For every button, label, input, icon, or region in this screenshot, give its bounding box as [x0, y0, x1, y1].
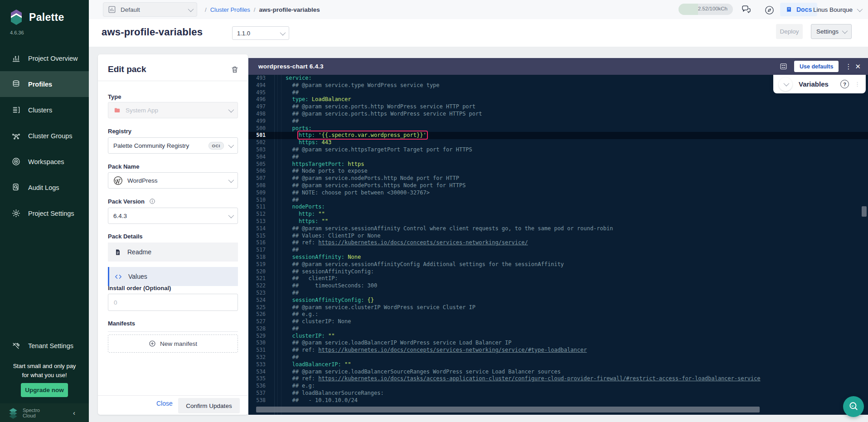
close-button[interactable]: Close	[156, 400, 173, 407]
deploy-button[interactable]: Deploy	[776, 24, 803, 39]
code-line[interactable]: 528 ##	[248, 325, 868, 333]
sidebar-item-audit-logs[interactable]: Audit Logs	[0, 175, 89, 200]
code-line[interactable]: 510 ##	[248, 197, 868, 204]
code-line[interactable]: 502 https: 443	[248, 139, 868, 146]
code-line[interactable]: 498 ## @param service.ports.https WordPr…	[248, 111, 868, 118]
variables-menu-icon[interactable]: ⋮	[854, 83, 860, 85]
code-line[interactable]: 518 sessionAffinity: None	[248, 254, 868, 261]
user-menu[interactable]: Linus Bourque	[813, 0, 861, 19]
code-line[interactable]: 535 ## ref: https://kubernetes.io/docs/t…	[248, 375, 868, 383]
readme-tab[interactable]: Readme	[108, 243, 238, 262]
code-line[interactable]: 532 ##	[248, 354, 868, 361]
code-line[interactable]: 516 ## ref: https://kubernetes.io/docs/c…	[248, 239, 868, 247]
code-line[interactable]: 526 ## e.g.:	[248, 311, 868, 318]
sidebar-menu: Project OverviewProfilesClustersCluster …	[0, 45, 89, 226]
upgrade-now-button[interactable]: Upgrade now	[21, 383, 68, 397]
code-line[interactable]: 530 ## @param service.loadBalancerIP Wor…	[248, 340, 868, 347]
settings-button[interactable]: Settings	[811, 24, 852, 39]
code-line[interactable]: 538 ## - 10.10.10.0/24	[248, 397, 868, 404]
palette-app: Palette 4.6.36 Project OverviewProfilesC…	[0, 0, 868, 422]
code-line[interactable]: 531 ## ref: https://kubernetes.io/docs/c…	[248, 347, 868, 354]
code-line[interactable]: 513 https: ""	[248, 218, 868, 225]
sidebar-item-project-settings[interactable]: Project Settings	[0, 200, 89, 226]
pack-version-select[interactable]: 6.4.3	[108, 208, 238, 224]
code-text: ## clusterIP: None	[271, 318, 351, 325]
delete-pack-icon[interactable]	[231, 65, 239, 76]
sidebar-item-workspaces[interactable]: Workspaces	[0, 149, 89, 175]
code-line[interactable]: 499 ##	[248, 118, 868, 125]
sidebar-item-profiles[interactable]: Profiles	[0, 71, 89, 97]
code-line[interactable]: 506 ## Node ports to expose	[248, 168, 868, 175]
tenant-settings-label: Tenant Settings	[28, 342, 73, 349]
collapse-sidebar-icon[interactable]: ‹	[73, 409, 75, 417]
code-line[interactable]: 497 ## @param service.ports.http WordPre…	[248, 103, 868, 111]
support-compass-icon[interactable]	[763, 4, 775, 16]
code-line[interactable]: 523 ##	[248, 290, 868, 297]
new-manifest-button[interactable]: New manifest	[108, 335, 238, 353]
code-line[interactable]: 519 ## @param service.sessionAffinityCon…	[248, 261, 868, 268]
code-line[interactable]: 515 ## Values: ClientIP or None	[248, 233, 868, 240]
code-line[interactable]: 517 ##	[248, 247, 868, 254]
registry-select[interactable]: Palette Community Registry OCI	[108, 137, 238, 154]
install-order-input[interactable]	[108, 294, 238, 311]
pack-name-select[interactable]: WordPress	[108, 172, 238, 189]
editor-menu-icon[interactable]: ⋮	[845, 65, 849, 68]
line-number: 521	[248, 275, 271, 282]
code-text: ## @param service.loadBalancerIP WordPre…	[271, 340, 512, 347]
code-line[interactable]: 522 ## timeoutSeconds: 300	[248, 282, 868, 290]
code-line[interactable]: 521 ## clientIP:	[248, 275, 868, 282]
code-text: ## @param service.nodePorts.https Node p…	[271, 182, 466, 189]
docs-button[interactable]: Docs	[780, 3, 817, 16]
feedback-chat-icon[interactable]	[740, 4, 752, 16]
values-tab[interactable]: Values	[108, 267, 238, 286]
code-line[interactable]: 520 ## sessionAffinityConfig:	[248, 268, 868, 276]
code-line[interactable]: 500 ports:	[248, 125, 868, 132]
code-text: ## timeoutSeconds: 300	[271, 282, 377, 290]
code-line[interactable]: 496 type: LoadBalancer	[248, 96, 868, 103]
document-icon	[114, 248, 121, 256]
code-line-highlighted[interactable]: 501 http: '{{.spectro.var.wordpress_port…	[248, 132, 868, 139]
line-number: 537	[248, 390, 271, 397]
code-line[interactable]: 508 ## @param service.nodePorts.https No…	[248, 182, 868, 189]
split-view-icon[interactable]	[779, 63, 788, 70]
code-line[interactable]: 505 httpsTargetPort: https	[248, 161, 868, 168]
code-line[interactable]: 534 ## @param service.loadBalancerSource…	[248, 369, 868, 376]
profile-version-select[interactable]: 1.1.0	[232, 26, 289, 40]
variables-collapse-icon[interactable]	[779, 78, 792, 91]
code-line[interactable]: 533 loadBalancerIP: ""	[248, 361, 868, 369]
code-line[interactable]: 524 sessionAffinityConfig: {}	[248, 297, 868, 304]
code-line[interactable]: 507 ## @param service.nodePorts.http Nod…	[248, 175, 868, 182]
code-line[interactable]: 511 nodePorts:	[248, 204, 868, 211]
code-line[interactable]: 529 clusterIP: ""	[248, 333, 868, 340]
close-editor-icon[interactable]: ✕	[855, 63, 861, 71]
audit-icon	[11, 183, 21, 193]
horizontal-scrollbar[interactable]	[256, 407, 760, 412]
chevron-down-icon	[228, 142, 234, 148]
confirm-updates-button[interactable]: Confirm Updates	[178, 398, 240, 413]
breadcrumb-cluster-profiles-link[interactable]: Cluster Profiles	[210, 6, 250, 13]
code-line[interactable]: 527 ## clusterIP: None	[248, 318, 868, 325]
code-line[interactable]: 537 ## loadBalancerSourceRanges:	[248, 390, 868, 397]
code-line[interactable]: 503 ## @param service.httpsTargetPort Ta…	[248, 146, 868, 154]
code-text: ##	[271, 154, 299, 161]
variables-help-icon[interactable]: ?	[840, 80, 849, 88]
line-number: 519	[248, 261, 271, 268]
help-chat-widget[interactable]	[843, 396, 864, 417]
sidebar-tenant-settings[interactable]: Tenant Settings	[0, 333, 89, 359]
code-line[interactable]: 514 ## @param service.sessionAffinity Co…	[248, 225, 868, 233]
code-line[interactable]: 525 ## @param service.clusterIP WordPres…	[248, 304, 868, 311]
code-area[interactable]: 493service:494 ## @param service.type Wo…	[248, 75, 868, 415]
code-line[interactable]: 504 ##	[248, 154, 868, 161]
code-text: ## @param service.clusterIP WordPress se…	[271, 304, 475, 311]
sidebar-item-project-overview[interactable]: Project Overview	[0, 45, 89, 71]
code-line[interactable]: 509 ## NOTE: choose port between <30000-…	[248, 189, 868, 197]
code-line[interactable]: 536 ## e.g:	[248, 383, 868, 390]
sidebar-item-clusters[interactable]: Clusters	[0, 97, 89, 123]
use-defaults-button[interactable]: Use defaults	[794, 61, 839, 72]
line-number: 504	[248, 154, 271, 161]
sidebar-item-cluster-groups[interactable]: Cluster Groups	[0, 123, 89, 149]
project-selector[interactable]: Default	[103, 2, 197, 17]
vertical-scrollbar[interactable]	[862, 206, 867, 217]
chevron-down-icon	[188, 6, 194, 12]
code-line[interactable]: 512 http: ""	[248, 211, 868, 218]
